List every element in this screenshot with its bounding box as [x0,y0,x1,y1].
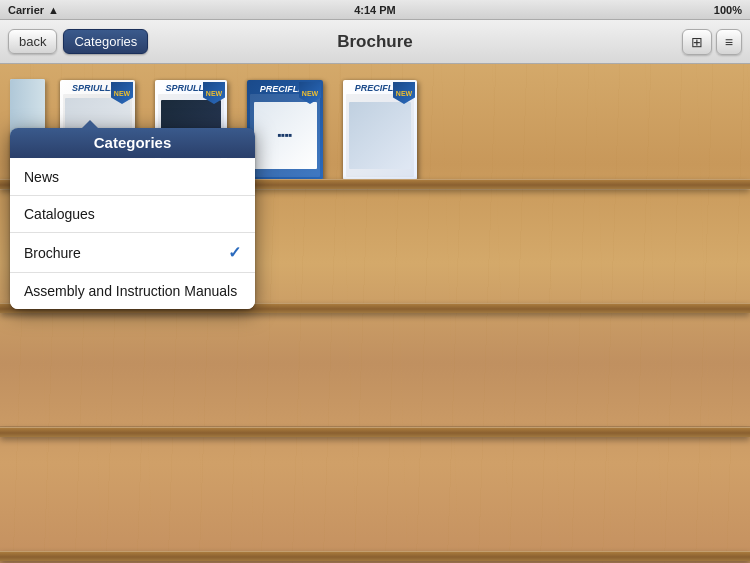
status-right: 100% [714,4,742,16]
status-bar: Carrier ▲ 4:14 PM 100% [0,0,750,20]
dropdown-item-news[interactable]: News [10,159,255,196]
shelf-4 [0,436,750,561]
dropdown-item-catalogues[interactable]: Catalogues [10,196,255,233]
dropdown-arrow [82,120,98,128]
categories-dropdown: Categories News Catalogues Brochure ✓ As… [10,128,255,309]
book-item-3[interactable]: NEW PRECIFLEX ■■■■ [247,80,323,180]
brochure-checkmark: ✓ [228,243,241,262]
battery-label: 100% [714,4,742,16]
dropdown-item-catalogues-label: Catalogues [24,206,95,222]
dropdown-header: Categories [10,128,255,159]
nav-title: Brochure [337,32,413,52]
dropdown-item-news-label: News [24,169,59,185]
nav-bar: back Categories Brochure ⊞ ≡ [0,20,750,64]
back-button[interactable]: back [8,29,57,54]
grid-view-button[interactable]: ⊞ [682,29,712,55]
dropdown-item-brochure-label: Brochure [24,245,81,261]
nav-right-buttons: ⊞ ≡ [682,29,742,55]
status-time: 4:14 PM [354,4,396,16]
nav-left-buttons: back Categories [8,29,148,54]
bookshelf: NEW SPRIULLER PRECIFLEX NEW SPRIULLER [0,64,750,563]
carrier-label: Carrier [8,4,44,16]
book-cover-4 [346,94,414,177]
book-cover-3: ■■■■ [250,94,320,177]
status-left: Carrier ▲ [8,4,59,16]
list-view-button[interactable]: ≡ [716,29,742,55]
categories-button[interactable]: Categories [63,29,148,54]
book-item-4[interactable]: NEW PRECIFLEX [343,80,417,180]
dropdown-item-assembly-label: Assembly and Instruction Manuals [24,283,237,299]
dropdown-item-assembly[interactable]: Assembly and Instruction Manuals [10,273,255,309]
shelf-3 [0,312,750,437]
wifi-icon: ▲ [48,4,59,16]
shelf-ledge-4 [0,551,750,561]
dropdown-item-brochure[interactable]: Brochure ✓ [10,233,255,273]
